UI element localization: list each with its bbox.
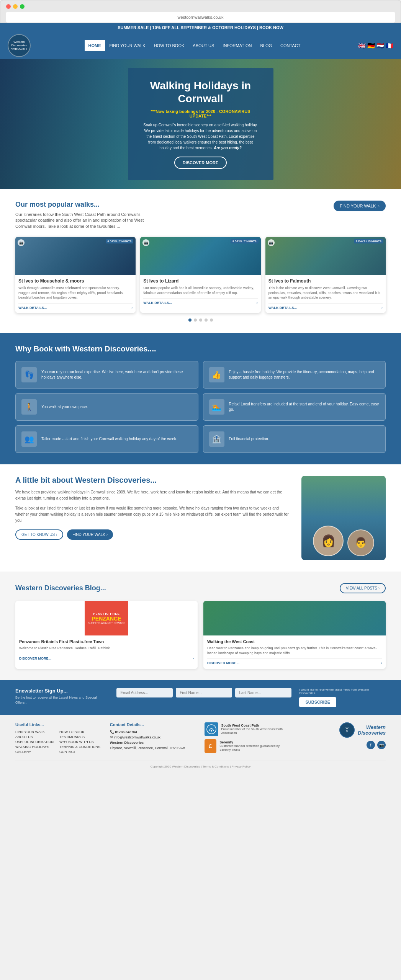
- card-badge-1: 6 DAYS / 7 NIGHTS: [106, 239, 134, 243]
- about-para-2: Take a look at our listed itineraries or…: [15, 505, 290, 524]
- hero-section: Walking Holidays in Cornwall ***Now taki…: [0, 59, 401, 189]
- newsletter-inner: Enewsletter Sign Up... Be the first to r…: [15, 688, 386, 707]
- minimize-button-mac[interactable]: [13, 4, 18, 9]
- camera-icon-2: 📷: [142, 239, 149, 246]
- flag-de[interactable]: 🇩🇪: [367, 42, 375, 49]
- nav-blog[interactable]: BLOG: [257, 40, 276, 51]
- card-image-2: 📷 8 DAYS / 7 NIGHTS: [140, 237, 260, 275]
- blog-post-title-2: Walking the West Coast: [207, 639, 382, 644]
- hero-title: Walking Holidays in Cornwall: [143, 79, 258, 105]
- footer-link-testimonials[interactable]: TESTIMONIALS: [59, 735, 100, 739]
- find-your-walk-button[interactable]: FIND YOUR WALK: [334, 201, 386, 211]
- get-to-know-us-button[interactable]: GET TO KNOW US ›: [15, 529, 63, 540]
- footer-link-terrain[interactable]: TERRAIN & CONDITIONS: [59, 745, 100, 749]
- dot-2[interactable]: [194, 318, 197, 322]
- why-text-4: Relax! Local transfers are included at t…: [229, 402, 380, 412]
- walk-card-st-ives-falmouth: 📷 9 DAYS / 15 NIGHTS St Ives to Falmouth…: [265, 237, 386, 313]
- first-name-input[interactable]: [176, 688, 232, 697]
- footer-link-why-book[interactable]: WHY BOOK WITH US: [59, 740, 100, 744]
- discover-more-button[interactable]: DISCOVER MORE: [174, 157, 227, 169]
- contact-address: Chymor, Newmill, Penzance, Cornwall TR20…: [110, 746, 197, 750]
- view-all-posts-button[interactable]: VIEW ALL POSTS ›: [340, 583, 386, 593]
- why-text-6: Full financial protection.: [229, 436, 269, 442]
- serenity-badge: £ Serenity Customer financial protection…: [205, 739, 291, 753]
- why-text-2: Enjoy a hassle free holiday. We provide …: [229, 369, 380, 380]
- footer-badges: South West Coast Path Proud member of th…: [205, 722, 291, 755]
- card-link-3[interactable]: WALK DETAILS...: [268, 303, 383, 310]
- card-title-2: St Ives to Lizard: [143, 278, 257, 284]
- blog-title: Western Discoveries Blog...: [15, 584, 106, 592]
- about-buttons: GET TO KNOW US › FIND YOUR WALK ›: [15, 529, 290, 540]
- dot-4[interactable]: [205, 318, 208, 322]
- newsletter-checkbox-area: I would like to receive the latest news …: [299, 688, 386, 707]
- promotional-banner: SUMMER SALE | 10% OFF ALL SEPTEMBER & OC…: [0, 23, 401, 32]
- about-title: A little bit about Western Discoveries..…: [15, 476, 290, 485]
- dot-1[interactable]: [188, 318, 191, 322]
- nav-about-us[interactable]: ABOUT US: [189, 40, 218, 51]
- blog-post-title-1: Penzance: Britain's First Plastic-free T…: [19, 639, 194, 644]
- card-body-3: St Ives to Falmouth This is the ultimate…: [265, 275, 386, 313]
- footer-contact: Contact Details... 📞 01736 342763 ✉ info…: [110, 722, 197, 755]
- facebook-icon[interactable]: f: [367, 741, 375, 749]
- footer-copyright: Copyright 2020 Western Discoveries | Ter…: [15, 761, 386, 768]
- subscribe-button[interactable]: SUBSCRIBE: [299, 697, 336, 707]
- card-desc-2: Our most popular walk has it all: incred…: [143, 286, 257, 295]
- hero-content-box: Walking Holidays in Cornwall ***Now taki…: [128, 68, 273, 180]
- nav-how-to-book[interactable]: HOW TO BOOK: [150, 40, 188, 51]
- nav-information[interactable]: INFORMATION: [219, 40, 255, 51]
- carousel-dots: [15, 318, 386, 322]
- find-your-walk-about-button[interactable]: FIND YOUR WALK ›: [67, 529, 113, 540]
- popular-walks-header: Our most popular walks... Our itinerarie…: [15, 201, 386, 229]
- dot-3[interactable]: [199, 318, 202, 322]
- why-reason-4: 🏊 Relax! Local transfers are included at…: [203, 393, 386, 421]
- card-image-1: 📷 6 DAYS / 7 NIGHTS: [15, 237, 136, 275]
- swimmer-icon: 🏊: [209, 399, 224, 415]
- footer-link-walking[interactable]: WALKING HOLIDAYS: [15, 745, 54, 749]
- footer-link-about[interactable]: ABOUT US: [15, 735, 54, 739]
- blog-post-link-1[interactable]: DISCOVER MORE...: [19, 654, 194, 660]
- email-input[interactable]: [116, 688, 173, 697]
- logo-text: WesternDiscoveriesCORNWALL: [10, 40, 28, 51]
- footer-link-how-to-book[interactable]: HOW TO BOOK: [59, 730, 100, 734]
- blog-post-link-2[interactable]: DISCOVER MORE...: [207, 658, 382, 665]
- why-reason-1: 👣 You can rely on our local expertise. W…: [15, 361, 198, 389]
- nav-find-walk[interactable]: FIND YOUR WALK: [106, 40, 149, 51]
- footer-useful-links: Useful Links... FIND YOUR WALK ABOUT US …: [15, 722, 102, 755]
- fullscreen-button-mac[interactable]: [20, 4, 25, 9]
- svg-point-0: [207, 725, 216, 734]
- contact-email[interactable]: ✉ info@westcornwallwalks.co.uk: [110, 735, 197, 739]
- dot-5[interactable]: [210, 318, 213, 322]
- swcp-badge-text: South West Coast Path Proud member of th…: [221, 724, 291, 735]
- instagram-icon[interactable]: 📷: [377, 741, 386, 749]
- penzance-logo: PLASTIC FREE PENZANCE SURFERS AGAINST SE…: [85, 601, 128, 635]
- why-text-1: You can rely on our local expertise. We …: [41, 369, 192, 380]
- footer-link-find-walk[interactable]: FIND YOUR WALK: [15, 730, 54, 734]
- flag-fr[interactable]: 🇫🇷: [386, 42, 393, 49]
- flag-uk[interactable]: 🇬🇧: [358, 42, 366, 49]
- footer-logo-area: WD Western Discoveries f 📷: [299, 722, 386, 755]
- footer-link-contact[interactable]: CONTACT: [59, 750, 100, 754]
- website-content: SUMMER SALE | 10% OFF ALL SEPTEMBER & OC…: [0, 23, 401, 776]
- card-link-2[interactable]: WALK DETAILS...: [143, 298, 257, 305]
- flag-nl[interactable]: 🇳🇱: [376, 42, 384, 49]
- nav-contact[interactable]: CONTACT: [277, 40, 304, 51]
- nav-home[interactable]: HOME: [85, 40, 105, 51]
- address-bar[interactable]: westcornwallwalks.co.uk: [6, 12, 395, 23]
- blog-card-penzance: PLASTIC FREE PENZANCE SURFERS AGAINST SE…: [15, 601, 198, 669]
- footer-link-gallery[interactable]: GALLERY: [15, 750, 54, 754]
- useful-links-title: Useful Links...: [15, 722, 102, 727]
- footer-logo-icon: WD: [339, 722, 355, 738]
- close-button-mac[interactable]: [6, 4, 11, 9]
- why-reason-2: 👍 Enjoy a hassle free holiday. We provid…: [203, 361, 386, 389]
- last-name-input[interactable]: [235, 688, 291, 697]
- hero-subtitle: ***Now taking bookings for 2020 - CORONA…: [143, 109, 258, 118]
- about-section: A little bit about Western Discoveries..…: [0, 464, 401, 572]
- site-logo[interactable]: WesternDiscoveriesCORNWALL: [8, 34, 31, 57]
- why-reason-3: 🚶 You walk at your own pace.: [15, 393, 198, 421]
- about-content: A little bit about Western Discoveries..…: [15, 476, 290, 540]
- card-image-3: 📷 9 DAYS / 15 NIGHTS: [265, 237, 386, 275]
- footer-link-information[interactable]: USEFUL INFORMATION: [15, 740, 54, 744]
- card-link-1[interactable]: WALK DETAILS...: [18, 303, 133, 310]
- newsletter-section: Enewsletter Sign Up... Be the first to r…: [0, 680, 401, 715]
- why-reason-5: 👥 Tailor made - start and finish your Co…: [15, 425, 198, 453]
